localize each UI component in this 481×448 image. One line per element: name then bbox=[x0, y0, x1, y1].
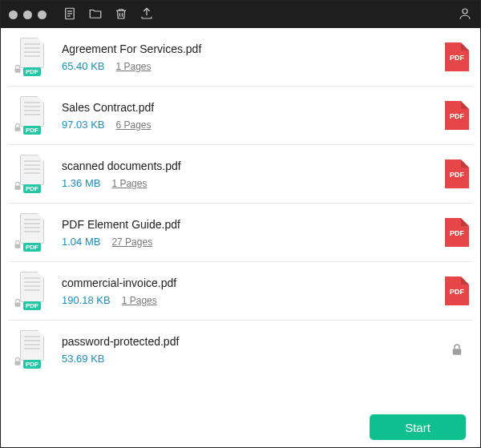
list-item[interactable]: PDF password-protected.pdf 53.69 KB bbox=[9, 321, 472, 378]
list-item[interactable]: PDF PDF Element Guide.pdf 1.04 MB 27 Pag… bbox=[9, 204, 472, 262]
file-pages[interactable]: 27 Pages bbox=[111, 236, 152, 248]
svg-rect-11 bbox=[15, 302, 21, 306]
file-size: 97.03 KB bbox=[62, 119, 105, 131]
start-button[interactable]: Start bbox=[370, 414, 466, 440]
file-meta: Sales Contract.pdf 97.03 KB 6 Pages bbox=[51, 101, 445, 131]
svg-rect-7 bbox=[15, 68, 21, 72]
close-dot[interactable] bbox=[9, 10, 18, 19]
file-pages[interactable]: 1 Pages bbox=[122, 295, 157, 306]
file-meta: Agreement For Services.pdf 65.40 KB 1 Pa… bbox=[51, 42, 445, 72]
window-controls bbox=[9, 10, 46, 19]
svg-point-6 bbox=[463, 9, 467, 14]
pdf-tag: PDF bbox=[23, 184, 41, 193]
lock-mini-icon bbox=[12, 239, 23, 250]
file-thumbnail: PDF bbox=[12, 272, 51, 310]
file-meta: PDF Element Guide.pdf 1.04 MB 27 Pages bbox=[51, 218, 445, 248]
user-icon[interactable] bbox=[458, 6, 472, 23]
list-item[interactable]: PDF commercial-invoice.pdf 190.18 KB 1 P… bbox=[9, 262, 472, 321]
app-window: PDF Agreement For Services.pdf 65.40 KB … bbox=[0, 0, 481, 448]
pdf-tag: PDF bbox=[23, 126, 41, 135]
file-name: Agreement For Services.pdf bbox=[62, 42, 445, 55]
file-thumbnail: PDF bbox=[12, 213, 51, 252]
file-size: 1.04 MB bbox=[62, 236, 100, 248]
file-name: PDF Element Guide.pdf bbox=[62, 218, 445, 231]
file-pages[interactable]: 1 Pages bbox=[116, 61, 152, 72]
pdf-badge: PDF bbox=[445, 101, 469, 130]
list-item[interactable]: PDF Agreement For Services.pdf 65.40 KB … bbox=[9, 28, 472, 87]
list-item[interactable]: PDF scanned documents.pdf 1.36 MB 1 Page… bbox=[9, 145, 472, 204]
file-size: 190.18 KB bbox=[62, 294, 111, 306]
document-icon[interactable] bbox=[63, 6, 77, 23]
svg-rect-12 bbox=[15, 361, 21, 365]
svg-rect-13 bbox=[453, 349, 462, 355]
file-list: PDF Agreement For Services.pdf 65.40 KB … bbox=[1, 28, 480, 407]
export-icon[interactable] bbox=[139, 6, 154, 23]
minimize-dot[interactable] bbox=[23, 10, 32, 19]
file-thumbnail: PDF bbox=[12, 38, 51, 76]
file-meta: commercial-invoice.pdf 190.18 KB 1 Pages bbox=[51, 276, 445, 306]
file-thumbnail: PDF bbox=[12, 330, 51, 369]
file-meta: scanned documents.pdf 1.36 MB 1 Pages bbox=[51, 159, 445, 189]
file-thumbnail: PDF bbox=[12, 96, 51, 135]
svg-rect-10 bbox=[15, 244, 21, 248]
pdf-badge: PDF bbox=[445, 159, 469, 188]
zoom-dot[interactable] bbox=[38, 10, 46, 19]
file-pages[interactable]: 6 Pages bbox=[116, 119, 152, 131]
file-name: password-protected.pdf bbox=[62, 335, 445, 348]
lock-mini-icon bbox=[12, 63, 23, 75]
list-item[interactable]: PDF Sales Contract.pdf 97.03 KB 6 Pages … bbox=[9, 87, 472, 145]
pdf-badge: PDF bbox=[445, 42, 469, 71]
lock-mini-icon bbox=[12, 122, 23, 133]
file-name: commercial-invoice.pdf bbox=[62, 276, 445, 289]
lock-mini-icon bbox=[12, 180, 23, 192]
svg-rect-8 bbox=[15, 127, 21, 131]
lock-mini-icon bbox=[12, 356, 23, 367]
trash-icon[interactable] bbox=[114, 6, 128, 23]
toolbar-icons bbox=[63, 6, 154, 23]
lock-mini-icon bbox=[12, 297, 23, 309]
file-meta: password-protected.pdf 53.69 KB bbox=[51, 335, 445, 365]
pdf-tag: PDF bbox=[23, 67, 41, 76]
titlebar bbox=[1, 1, 480, 28]
file-thumbnail: PDF bbox=[12, 155, 51, 193]
folder-icon[interactable] bbox=[88, 6, 103, 23]
footer-bar: Start bbox=[1, 407, 480, 447]
pdf-tag: PDF bbox=[23, 243, 41, 252]
pdf-tag: PDF bbox=[23, 301, 41, 310]
svg-rect-9 bbox=[15, 185, 21, 189]
file-size: 53.69 KB bbox=[62, 353, 105, 365]
pdf-badge: PDF bbox=[445, 218, 469, 247]
file-pages[interactable]: 1 Pages bbox=[111, 178, 147, 189]
pdf-badge: PDF bbox=[445, 276, 469, 305]
file-name: Sales Contract.pdf bbox=[62, 101, 445, 114]
lock-icon bbox=[445, 341, 469, 357]
pdf-tag: PDF bbox=[23, 360, 41, 369]
file-size: 65.40 KB bbox=[62, 60, 105, 72]
file-name: scanned documents.pdf bbox=[62, 159, 445, 172]
file-size: 1.36 MB bbox=[62, 177, 100, 189]
